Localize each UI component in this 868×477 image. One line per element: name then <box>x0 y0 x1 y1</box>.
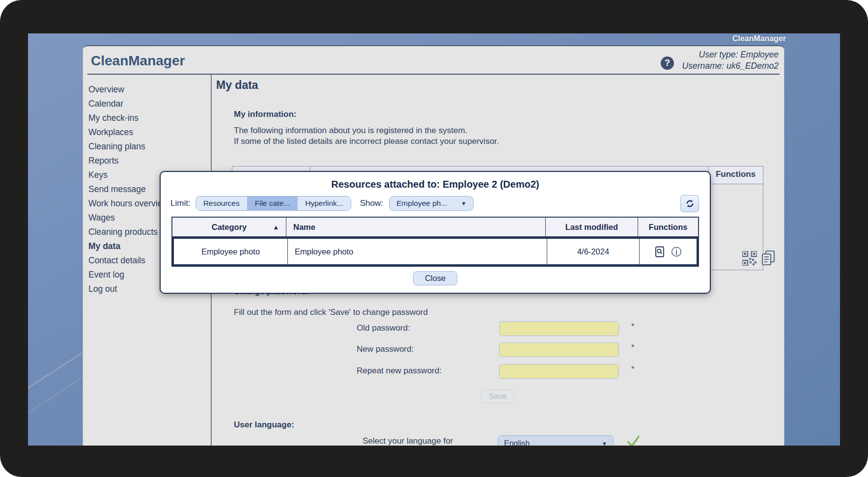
my-information-text: If some of the listed details are incorr… <box>234 137 499 146</box>
cell-name: Employee photo <box>288 239 547 264</box>
chevron-down-icon: ▼ <box>461 200 466 206</box>
tab-hyperlinks[interactable]: Hyperlink... <box>297 196 351 210</box>
new-password-field[interactable] <box>499 342 619 357</box>
functions-column-header: Functions <box>708 169 763 179</box>
old-password-field[interactable] <box>499 321 619 336</box>
repeat-new-password-label: Repeat new password: <box>357 366 442 376</box>
sidebar-item-my-check-ins[interactable]: My check-ins <box>88 111 216 125</box>
modal-title: Resources attached to: Employee 2 (Demo2… <box>161 172 710 190</box>
sidebar-item-reports[interactable]: Reports <box>88 154 216 168</box>
sidebar-item-calendar[interactable]: Calendar <box>88 97 216 111</box>
resources-modal: Resources attached to: Employee 2 (Demo2… <box>160 171 711 294</box>
username-label: Username: uk6_EDemo2 <box>682 60 779 72</box>
my-information-heading: My information: <box>234 110 297 119</box>
tab-resources[interactable]: Resources <box>196 196 247 210</box>
old-password-label: Old password: <box>357 323 410 333</box>
modal-controls: Limit: Resources File cate... Hyperlink.… <box>170 195 699 212</box>
show-dropdown[interactable]: Employee ph... ▼ <box>389 196 474 211</box>
my-information-text: The following information about you is r… <box>234 126 467 136</box>
desktop-background: CleanManager CleanManager ? User type: E… <box>28 33 840 446</box>
preview-icon[interactable] <box>655 246 665 257</box>
column-header-name[interactable]: Name <box>286 218 546 236</box>
cell-functions: ⓘ <box>640 239 697 264</box>
user-meta: User type: Employee Username: uk6_EDemo2 <box>682 49 779 72</box>
chevron-down-icon: ▼ <box>602 441 607 446</box>
column-header-last-modified[interactable]: Last modified <box>546 218 638 236</box>
resources-table: Category ▲ Name Last modified Functions … <box>171 217 699 267</box>
copy-icon[interactable] <box>761 250 776 268</box>
refresh-button[interactable] <box>680 195 699 212</box>
user-type-label: User type: Employee <box>682 49 779 60</box>
help-icon[interactable]: ? <box>661 56 674 70</box>
limit-label: Limit: <box>170 198 191 208</box>
sidebar-item-workplaces[interactable]: Workplaces <box>88 125 216 140</box>
sort-asc-icon: ▲ <box>273 224 279 231</box>
required-marker: * <box>631 322 634 331</box>
table-row[interactable]: Employee photo Employee photo 4/6-2024 <box>172 237 698 266</box>
repeat-new-password-field[interactable] <box>499 364 619 379</box>
required-marker: * <box>631 343 634 352</box>
sidebar-item-cleaning-plans[interactable]: Cleaning plans <box>88 140 216 154</box>
header-divider <box>87 74 780 75</box>
cell-category: Employee photo <box>174 239 288 264</box>
check-icon <box>626 435 640 446</box>
window-title: CleanManager <box>732 34 786 43</box>
limit-tabs: Resources File cate... Hyperlink... <box>196 196 351 211</box>
refresh-icon <box>685 198 695 209</box>
new-password-label: New password: <box>357 344 414 354</box>
tab-file-categories[interactable]: File cate... <box>247 196 298 210</box>
required-marker: * <box>631 365 634 374</box>
show-label: Show: <box>360 198 383 208</box>
language-dropdown-value: English <box>504 439 530 446</box>
change-password-intro: Fill out the form and click 'Save' to ch… <box>234 308 428 317</box>
user-language-intro: Select your language for <box>363 436 453 446</box>
language-dropdown[interactable]: English ▼ <box>498 435 614 446</box>
page-title: My data <box>216 79 258 92</box>
resources-table-header: Category ▲ Name Last modified Functions <box>172 218 698 237</box>
save-button[interactable]: Save <box>481 390 514 403</box>
modal-footer: Close <box>161 271 710 285</box>
sidebar-item-overview[interactable]: Overview <box>88 83 216 97</box>
show-dropdown-value: Employee ph... <box>396 199 447 208</box>
info-icon[interactable]: ⓘ <box>672 247 682 257</box>
qr-code-icon[interactable] <box>742 251 757 268</box>
close-button[interactable]: Close <box>413 271 457 285</box>
cell-last-modified: 4/6-2024 <box>547 239 640 264</box>
screen: CleanManager CleanManager ? User type: E… <box>0 0 868 477</box>
user-language-heading: User language: <box>234 420 294 430</box>
column-header-functions: Functions <box>638 218 698 236</box>
column-header-category[interactable]: Category ▲ <box>172 218 286 236</box>
app-title: CleanManager <box>91 53 185 69</box>
